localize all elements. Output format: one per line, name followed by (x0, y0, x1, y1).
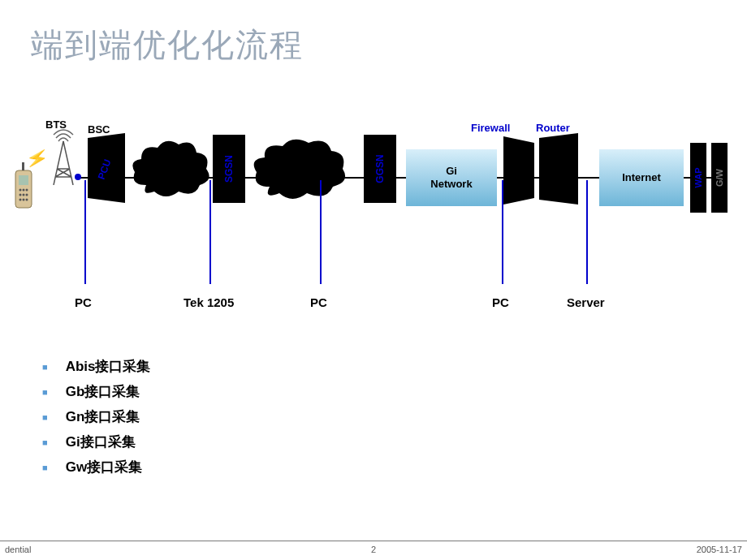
node-firewall (503, 136, 534, 258)
mobile-phone-icon (12, 162, 35, 214)
node-sgsn: SGSN (213, 135, 245, 203)
svg-point-4 (23, 189, 25, 192)
bullet-list: Abis接口采集 Gb接口采集 Gn接口采集 Gi接口采集 Gw接口采集 (42, 357, 151, 483)
slide: 端到端优化化流程 BTS BSC Firewall Router ⚡ (0, 0, 747, 560)
svg-point-10 (23, 199, 25, 201)
bullet-item: Gw接口采集 (42, 458, 151, 476)
lightning-icon: ⚡ (24, 146, 50, 170)
link-line (575, 177, 601, 179)
tap-label-pc1: PC (75, 295, 92, 309)
node-gi-network: Gi Network (406, 149, 497, 206)
svg-point-5 (26, 189, 28, 192)
bullet-item: Gi接口采集 (42, 433, 151, 451)
svg-marker-14 (503, 136, 534, 205)
antenna-tower-icon (47, 128, 80, 188)
tap-label-tek: Tek 1205 (184, 295, 234, 309)
label-sgsn: SGSN (223, 155, 235, 183)
label-router: Router (536, 122, 570, 134)
tap-label-pc2: PC (310, 295, 327, 309)
svg-point-6 (19, 194, 22, 196)
node-gw: G/W (711, 143, 728, 213)
tap-line (320, 180, 322, 284)
footer-left: dential (5, 545, 31, 554)
bullet-item: Gn接口采集 (42, 407, 151, 426)
node-bsc-pcu: PCU (88, 133, 125, 203)
svg-point-7 (23, 194, 25, 196)
svg-point-11 (26, 199, 28, 201)
bullet-item: Abis接口采集 (42, 357, 151, 376)
node-router (539, 133, 578, 205)
label-wap: WAP (693, 167, 703, 187)
cloud-icon (252, 136, 348, 201)
tap-line (502, 180, 503, 284)
cloud-icon (130, 136, 211, 200)
svg-marker-15 (539, 133, 578, 205)
node-wap: WAP (690, 143, 706, 213)
tap-line (84, 180, 86, 284)
label-gw: G/W (715, 169, 724, 187)
footer-page-number: 2 (371, 545, 376, 554)
svg-point-9 (19, 199, 22, 201)
tap-line (209, 180, 211, 284)
node-internet: Internet (599, 149, 684, 206)
connection-dot (75, 174, 81, 180)
tap-label-pc3: PC (492, 295, 509, 309)
slide-footer: dential 2 2005-11-17 (0, 541, 747, 560)
svg-point-8 (26, 194, 28, 196)
tap-label-server: Server (567, 295, 605, 309)
network-diagram: BTS BSC Firewall Router ⚡ (0, 114, 747, 325)
footer-date: 2005-11-17 (697, 545, 742, 554)
slide-title: 端到端优化化流程 (31, 23, 304, 67)
label-ggsn: GGSN (374, 154, 386, 183)
bullet-item: Gb接口采集 (42, 382, 151, 401)
svg-point-3 (19, 189, 22, 192)
node-ggsn: GGSN (364, 135, 396, 203)
tap-line (586, 180, 588, 284)
svg-rect-1 (19, 175, 28, 185)
label-firewall: Firewall (471, 122, 510, 134)
